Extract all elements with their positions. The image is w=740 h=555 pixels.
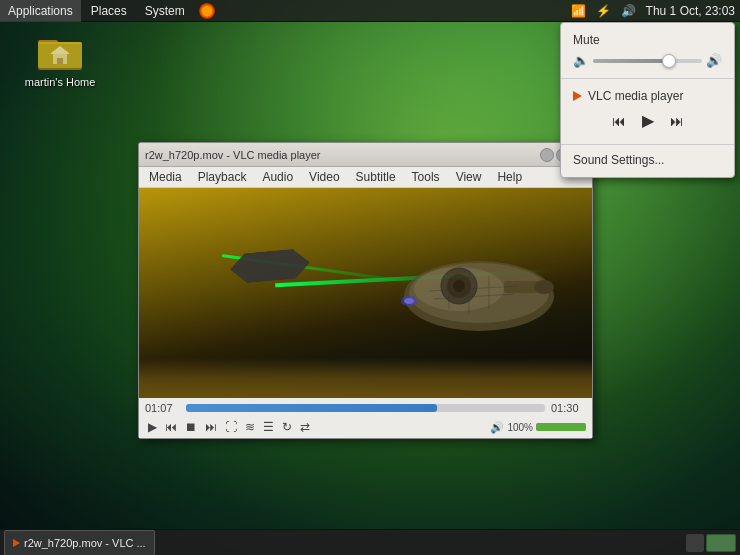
vlc-popup-controls: ⏮ ▶ ⏭	[569, 105, 726, 136]
vlc-taskbar-item[interactable]: r2w_h720p.mov - VLC ...	[4, 530, 155, 556]
progress-fill	[186, 404, 437, 412]
minimize-button[interactable]	[540, 148, 554, 162]
sound-settings-row: Sound Settings...	[561, 149, 734, 171]
prev-button[interactable]: ⏮	[162, 418, 180, 436]
vlc-menu: Media Playback Audio Video Subtitle Tool…	[139, 167, 592, 188]
stop-button[interactable]: ⏹	[182, 418, 200, 436]
panel-right: 📶 ⚡ 🔊 Thu 1 Oct, 23:03	[566, 0, 740, 22]
time-current: 01:07	[145, 402, 180, 414]
volume-slider-row: 🔈 🔊	[573, 53, 722, 68]
progress-bar[interactable]	[186, 404, 545, 412]
ground	[139, 358, 592, 398]
places-menu[interactable]: Places	[83, 0, 135, 22]
vol-high-icon: 🔊	[706, 53, 722, 68]
next-button[interactable]: ⏭	[202, 418, 220, 436]
vlc-task-icon	[13, 539, 20, 547]
time-total: 01:30	[551, 402, 586, 414]
vlc-prev-button[interactable]: ⏮	[608, 111, 630, 131]
vlc-titlebar: r2w_h720p.mov - VLC media player	[139, 143, 592, 167]
vlc-window: r2w_h720p.mov - VLC media player Media P…	[138, 142, 593, 439]
menu-audio[interactable]: Audio	[254, 168, 301, 186]
volume-slider-fill	[593, 59, 669, 63]
bottom-taskbar: r2w_h720p.mov - VLC ...	[0, 529, 740, 555]
svg-point-12	[453, 280, 465, 292]
volume-popup: Mute 🔈 🔊 VLC media player ⏮ ▶ ⏭ Sound Se…	[560, 22, 735, 178]
firefox-icon[interactable]	[199, 3, 215, 19]
volume-bar-small[interactable]	[536, 423, 586, 431]
volume-icon[interactable]: 🔊	[616, 0, 641, 22]
vlc-section: VLC media player ⏮ ▶ ⏭	[561, 83, 734, 140]
sound-settings-link[interactable]: Sound Settings...	[573, 153, 664, 167]
equalizer-button[interactable]: ≋	[242, 418, 258, 436]
menu-media[interactable]: Media	[141, 168, 190, 186]
loop-button[interactable]: ↻	[279, 418, 295, 436]
menu-help[interactable]: Help	[489, 168, 530, 186]
random-button[interactable]: ⇄	[297, 418, 313, 436]
vlc-play-button[interactable]: ▶	[638, 109, 658, 132]
show-desktop-button[interactable]	[686, 534, 704, 552]
svg-rect-6	[57, 58, 63, 64]
fullscreen-button[interactable]: ⛶	[222, 418, 240, 436]
vlc-controls-bar: 01:07 01:30 ▶ ⏮ ⏹ ⏭ ⛶ ≋ ☰ ↻ ⇄ 🔊 100%	[139, 398, 592, 438]
panel-left: Applications Places System	[0, 0, 215, 22]
bluetooth-icon[interactable]: ⚡	[591, 0, 616, 22]
popup-divider-2	[561, 144, 734, 145]
playlist-button[interactable]: ☰	[260, 418, 277, 436]
network-icon[interactable]: 📶	[566, 0, 591, 22]
folder-icon	[36, 32, 84, 72]
mute-label: Mute	[573, 33, 722, 47]
menu-view[interactable]: View	[448, 168, 490, 186]
svg-point-14	[534, 280, 554, 294]
controls-row: ▶ ⏮ ⏹ ⏭ ⛶ ≋ ☰ ↻ ⇄ 🔊 100%	[145, 418, 586, 436]
applications-menu[interactable]: Applications	[0, 0, 81, 22]
volume-slider-thumb	[662, 54, 676, 68]
volume-icon-small: 🔊	[490, 421, 504, 434]
menu-subtitle[interactable]: Subtitle	[348, 168, 404, 186]
svg-point-21	[404, 298, 414, 304]
menu-video[interactable]: Video	[301, 168, 347, 186]
vlc-title: r2w_h720p.mov - VLC media player	[145, 149, 536, 161]
vlc-label: VLC media player	[588, 89, 683, 103]
volume-section: Mute 🔈 🔊	[561, 29, 734, 74]
desktop-icon-label: martin's Home	[25, 76, 96, 88]
popup-divider	[561, 78, 734, 79]
vlc-cone-icon	[573, 91, 582, 101]
desktop-icon-home[interactable]: martin's Home	[20, 32, 100, 88]
taskbar-right	[686, 534, 736, 552]
top-panel: Applications Places System 📶 ⚡ 🔊 Thu 1 O…	[0, 0, 740, 22]
volume-control: 🔊 100%	[490, 421, 586, 434]
vlc-task-label: r2w_h720p.mov - VLC ...	[24, 537, 146, 549]
play-pause-button[interactable]: ▶	[145, 418, 160, 436]
menu-playback[interactable]: Playback	[190, 168, 255, 186]
vlc-row: VLC media player	[569, 87, 726, 105]
volume-slider[interactable]	[593, 59, 702, 63]
vol-low-icon: 🔈	[573, 53, 589, 68]
vlc-video-area[interactable]	[139, 188, 592, 398]
system-menu[interactable]: System	[137, 0, 193, 22]
vlc-next-button[interactable]: ⏭	[666, 111, 688, 131]
millennium-falcon	[389, 241, 569, 341]
menu-tools[interactable]: Tools	[404, 168, 448, 186]
volume-pct-label: 100%	[507, 422, 533, 433]
workspace-switcher[interactable]	[706, 534, 736, 552]
mute-row: Mute	[573, 33, 722, 47]
clock[interactable]: Thu 1 Oct, 23:03	[641, 0, 740, 22]
progress-row: 01:07 01:30	[145, 402, 586, 414]
volume-fill-small	[536, 423, 586, 431]
